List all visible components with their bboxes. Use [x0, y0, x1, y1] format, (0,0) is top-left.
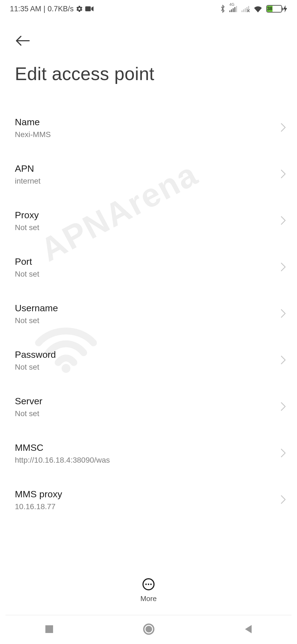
- chevron-right-icon: [280, 448, 286, 459]
- row-title: Server: [15, 396, 275, 406]
- row-title: Proxy: [15, 210, 275, 220]
- svg-rect-19: [45, 625, 53, 633]
- chevron-right-icon: [280, 402, 286, 412]
- svg-point-17: [148, 583, 149, 585]
- status-speed: 0.7KB/s: [48, 5, 74, 13]
- svg-point-18: [150, 583, 152, 585]
- row-title: Password: [15, 349, 275, 360]
- chevron-right-icon: [280, 309, 286, 319]
- svg-rect-7: [241, 10, 243, 12]
- page-title: Edit access point: [15, 63, 154, 84]
- chevron-right-icon: [280, 169, 286, 180]
- row-title: Port: [15, 256, 275, 267]
- svg-rect-3: [231, 9, 232, 12]
- svg-rect-4: [233, 8, 234, 12]
- row-value: Not set: [15, 316, 275, 325]
- signal-4g-icon: 4G: [229, 6, 238, 12]
- more-button[interactable]: More: [0, 570, 297, 611]
- svg-rect-1: [85, 6, 91, 11]
- row-port[interactable]: Port Not set: [0, 244, 297, 291]
- battery-indicator: 38: [266, 5, 287, 13]
- row-mms-proxy[interactable]: MMS proxy 10.16.18.77: [0, 477, 297, 523]
- row-value: internet: [15, 177, 275, 185]
- more-label: More: [140, 594, 156, 603]
- row-title: MMS proxy: [15, 489, 275, 500]
- signal-nosim-icon: [241, 6, 250, 12]
- chevron-right-icon: [280, 495, 286, 505]
- gear-icon: [76, 5, 83, 12]
- row-mmsc[interactable]: MMSC http://10.16.18.4:38090/was: [0, 430, 297, 477]
- row-value: Nexi-MMS: [15, 130, 275, 139]
- row-title: Name: [15, 117, 275, 127]
- nav-back-button[interactable]: [243, 624, 253, 635]
- status-sep: |: [43, 5, 45, 13]
- bolt-icon: [283, 5, 287, 12]
- status-right: 4G 38: [220, 5, 287, 13]
- row-password[interactable]: Password Not set: [0, 337, 297, 384]
- row-title: APN: [15, 163, 275, 174]
- camera-icon: [85, 6, 94, 12]
- nav-recent-button[interactable]: [44, 624, 54, 635]
- svg-rect-9: [245, 8, 246, 12]
- more-icon: [142, 578, 155, 592]
- status-time: 11:35 AM: [10, 5, 41, 13]
- system-nav-bar: [0, 615, 297, 644]
- status-bar: 11:35 AM | 0.7KB/s 4G 38: [0, 0, 297, 18]
- square-icon: [44, 624, 54, 634]
- row-proxy[interactable]: Proxy Not set: [0, 198, 297, 244]
- row-value: Not set: [15, 223, 275, 232]
- back-button[interactable]: [15, 35, 31, 47]
- row-server[interactable]: Server Not set: [0, 384, 297, 430]
- status-left: 11:35 AM | 0.7KB/s: [10, 5, 94, 13]
- triangle-left-icon: [243, 624, 253, 634]
- svg-rect-8: [243, 9, 244, 12]
- chevron-right-icon: [280, 262, 286, 273]
- nav-home-button[interactable]: [143, 623, 155, 636]
- chevron-right-icon: [280, 355, 286, 366]
- row-value: 10.16.18.77: [15, 502, 275, 511]
- row-value: Not set: [15, 363, 275, 372]
- arrow-left-icon: [15, 35, 31, 46]
- bluetooth-icon: [220, 5, 226, 13]
- row-value: Not set: [15, 409, 275, 418]
- battery-percent: 38: [267, 6, 273, 12]
- svg-point-21: [145, 626, 152, 632]
- svg-rect-2: [229, 10, 230, 12]
- chevron-right-icon: [280, 123, 286, 133]
- row-title: Username: [15, 303, 275, 313]
- svg-point-16: [145, 583, 147, 585]
- row-name[interactable]: Name Nexi-MMS: [0, 105, 297, 151]
- row-value: Not set: [15, 270, 275, 279]
- chevron-right-icon: [280, 216, 286, 226]
- apn-settings-list: Name Nexi-MMS APN internet Proxy Not set…: [0, 105, 297, 586]
- circle-icon: [143, 623, 155, 635]
- row-username[interactable]: Username Not set: [0, 291, 297, 337]
- svg-rect-6: [236, 6, 237, 12]
- svg-rect-5: [234, 7, 235, 12]
- wifi-icon: [254, 5, 262, 12]
- row-apn[interactable]: APN internet: [0, 151, 297, 198]
- row-title: MMSC: [15, 442, 275, 453]
- row-value: http://10.16.18.4:38090/was: [15, 456, 275, 465]
